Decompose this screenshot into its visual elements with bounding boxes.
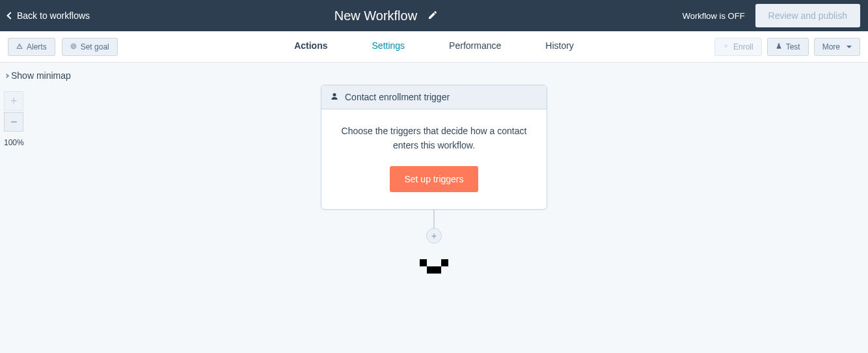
enroll-label: Enroll: [733, 42, 753, 51]
sub-nav-left: Alerts Set goal: [8, 38, 118, 56]
end-marker-icon: [420, 259, 448, 274]
zoom-controls: + − 100%: [4, 91, 24, 147]
chevron-down-icon: [847, 46, 852, 48]
enroll-button: Enroll: [714, 38, 762, 56]
card-text: Choose the triggers that decide how a co…: [338, 124, 530, 153]
sub-nav-right: Enroll Test More: [714, 38, 860, 56]
person-icon: [331, 92, 338, 102]
more-label: More: [822, 42, 840, 51]
add-step-button[interactable]: +: [426, 228, 442, 244]
review-publish-button[interactable]: Review and publish: [755, 4, 860, 27]
alert-icon: [16, 42, 23, 51]
set-goal-label: Set goal: [81, 42, 109, 51]
test-button[interactable]: Test: [767, 38, 809, 56]
chevron-right-icon: [5, 73, 9, 78]
show-minimap-toggle[interactable]: Show minimap: [5, 70, 71, 81]
zoom-in-button[interactable]: +: [4, 91, 23, 111]
zoom-level: 100%: [4, 138, 24, 147]
header-right: Workflow is OFF Review and publish: [683, 4, 860, 27]
sub-nav: Alerts Set goal Actions Settings Perform…: [0, 31, 868, 63]
back-to-workflows-link[interactable]: Back to workflows: [8, 10, 90, 21]
back-label: Back to workflows: [17, 10, 90, 21]
card-title: Contact enrollment trigger: [345, 92, 450, 102]
card-header: Contact enrollment trigger: [321, 85, 547, 109]
workflow-canvas[interactable]: Show minimap + − 100% Contact enrollment…: [0, 63, 868, 353]
workflow-center: Contact enrollment trigger Choose the tr…: [321, 85, 547, 274]
zoom-out-button[interactable]: −: [4, 112, 23, 132]
workflow-status: Workflow is OFF: [683, 11, 745, 21]
flask-icon: [776, 42, 782, 51]
svg-point-1: [72, 45, 74, 47]
connector-line: [433, 210, 435, 228]
target-icon: [70, 42, 77, 51]
minimap-label: Show minimap: [11, 70, 71, 81]
card-body: Choose the triggers that decide how a co…: [321, 109, 547, 209]
set-goal-button[interactable]: Set goal: [62, 38, 118, 56]
test-label: Test: [786, 42, 800, 51]
alerts-button[interactable]: Alerts: [8, 38, 55, 56]
alerts-label: Alerts: [27, 42, 47, 51]
svg-point-0: [71, 44, 76, 49]
enrollment-trigger-card: Contact enrollment trigger Choose the tr…: [321, 85, 547, 210]
set-up-triggers-button[interactable]: Set up triggers: [390, 166, 478, 192]
enroll-icon: [723, 42, 729, 51]
chevron-left-icon: [7, 12, 14, 19]
more-button[interactable]: More: [814, 38, 860, 56]
